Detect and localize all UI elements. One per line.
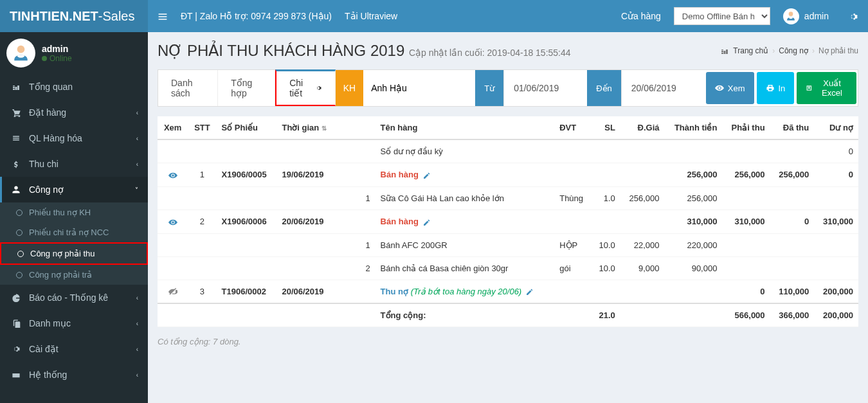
user-panel: admin Online [0,32,148,74]
row-count-note: Có tổng cộng: 7 dòng. [158,327,858,356]
sidebar-item[interactable]: Thu chi‹ [0,151,148,177]
table-row: 3T1906/000220/06/2019Thu nợ (Trả bớt toa… [158,280,858,303]
th-phaithu[interactable]: Phải thu [722,116,770,139]
from-date-input[interactable] [503,70,587,106]
sidebar-subitem[interactable]: Công nợ phải thu [0,242,148,265]
th-duno[interactable]: Dư nợ [814,116,858,139]
sidebar-item-label: Công nợ [29,184,64,195]
th-phieu[interactable]: Số Phiếu [217,116,277,139]
chevron-icon: ‹ [136,372,138,379]
circle-icon [16,272,23,278]
filter-bar: Danh sách Tổng hợp Chi tiết KH Từ Đến Xe… [158,69,858,107]
sort-icon: ⇅ [321,125,327,132]
copy-icon [10,319,23,328]
excel-icon [806,84,813,93]
row-title: Bán hàng [381,170,419,179]
avatar[interactable] [6,39,35,67]
sidebar-item[interactable]: Tổng quan [0,74,148,100]
eye-icon[interactable] [168,170,177,179]
table-row: 2X1906/000620/06/2019Bán hàng310,000310,… [158,210,858,233]
user-name: admin [42,44,72,54]
pencil-icon[interactable] [422,170,431,179]
circle-icon [17,251,24,257]
sidebar-subitem[interactable]: Phiếu thu nợ KH [0,202,148,222]
store-select[interactable]: Demo Offline Bán hàn [674,7,770,25]
support-link[interactable]: ĐT | Zalo Hỗ trợ: 0974 299 873 (Hậu) [181,11,332,21]
ultraview-link[interactable]: Tải Ultraview [345,11,397,21]
eye-icon[interactable] [168,217,177,226]
circle-icon [16,210,23,216]
tab-detail[interactable]: Chi tiết [275,69,336,106]
table-row: 2Bánh chả cá Basa chiên giòn 30grgói10.0… [158,256,858,280]
breadcrumb-1[interactable]: Công nợ [779,46,808,55]
th-sl[interactable]: SL [592,116,620,139]
chevron-icon: ‹ [136,135,138,142]
sidebar-item[interactable]: Hệ thống‹ [0,362,148,388]
export-excel-button[interactable]: Xuất Excel [797,72,856,104]
th-dathu[interactable]: Đã thu [770,116,815,139]
sidebar-item[interactable]: Đặt hàng‹ [0,100,148,125]
gear-icon [10,345,23,354]
breadcrumb-home[interactable]: Trang chủ [733,46,768,55]
sidebar-subitem-label: Công nợ phải trả [29,270,92,280]
chevron-icon: ‹ [136,320,138,327]
customer-input[interactable] [365,71,474,105]
sidebar-subitem[interactable]: Phiếu chi trả nợ NCC [0,222,148,242]
sidebar: TINHTIEN.NET-Sales admin Online Tổng qua… [0,0,148,403]
th-thanhtien[interactable]: Thành tiền [665,116,723,139]
sidebar-item-label: Báo cáo - Thống kê [29,292,108,303]
sidebar-subitem[interactable]: Công nợ phải trả [0,265,148,285]
debt-table: Xem STT Số Phiếu Thời gian ⇅ Tên hàng ĐV… [158,116,858,327]
sidebar-item[interactable]: Công nợ˅ [0,177,148,202]
tab-list[interactable]: Danh sách [158,70,218,106]
topbar-user[interactable]: admin [783,8,829,24]
th-dgia[interactable]: Đ.Giá [620,116,665,139]
dashboard-icon [10,82,23,91]
opening-row: Số dư nợ đầu kỳ0 [158,139,858,163]
eye-icon [715,84,724,93]
topbar: ĐT | Zalo Hỗ trợ: 0974 299 873 (Hậu) Tải… [148,0,868,32]
table-row: 1Sữa Cô Gái Hà Lan cao khỏe lớnThùng1.02… [158,186,858,210]
chevron-icon: ‹ [136,109,138,116]
th-name[interactable]: Tên hàng [375,116,555,139]
th-time[interactable]: Thời gian ⇅ [276,116,336,139]
sidebar-item[interactable]: QL Hàng hóa‹ [0,125,148,151]
chevron-icon: ‹ [136,294,138,301]
sidebar-item-label: Đặt hàng [29,107,66,118]
table-row: 1X1906/000519/06/2019Bán hàng256,000256,… [158,163,858,187]
pencil-icon[interactable] [422,217,431,226]
sidebar-item[interactable]: Cài đặt‹ [0,336,148,362]
cart-icon [10,108,23,117]
table-row: 1Bánh AFC 200GRHỘP10.022,000220,000 [158,233,858,256]
th-view[interactable]: Xem [158,116,188,139]
th-stt[interactable]: STT [188,116,216,139]
tab-summary[interactable]: Tổng hợp [218,70,275,106]
print-button[interactable]: In [757,72,795,104]
eye-icon[interactable] [168,287,177,296]
breadcrumb: Trang chủ › Công nợ › Nợ phải thu [720,46,858,55]
from-label: Từ [475,70,503,106]
sidebar-item-label: Hệ thống [29,370,67,380]
sidebar-subitem-label: Phiếu thu nợ KH [29,208,91,217]
menu-toggle-icon[interactable] [158,10,168,21]
sidebar-item[interactable]: Báo cáo - Thống kê‹ [0,285,148,310]
pencil-icon[interactable] [525,287,534,296]
sidebar-subitem-label: Công nợ phải thu [30,249,95,258]
chevron-icon: ‹ [136,161,138,168]
gear-icon [315,84,322,93]
page-title: NỢ PHẢI THU KHÁCH HÀNG 2019 Cập nhật lần… [158,42,571,60]
customer-label: KH [336,70,363,106]
sidebar-item-label: Danh mục [29,318,71,328]
sidebar-subitem-label: Phiếu chi trả nợ NCC [29,228,109,237]
view-button[interactable]: Xem [706,72,754,104]
brand-logo[interactable]: TINHTIEN.NET-Sales [0,0,148,32]
to-date-input[interactable] [621,70,705,106]
settings-gear-icon[interactable] [848,10,858,21]
th-dvt[interactable]: ĐVT [554,116,592,139]
dashboard-icon [720,46,729,55]
sidebar-item[interactable]: Danh mục‹ [0,310,148,336]
window-icon [10,370,23,379]
row-title: Thu nợ [381,287,408,296]
print-icon [766,84,775,93]
row-title: Bán hàng [381,217,419,226]
